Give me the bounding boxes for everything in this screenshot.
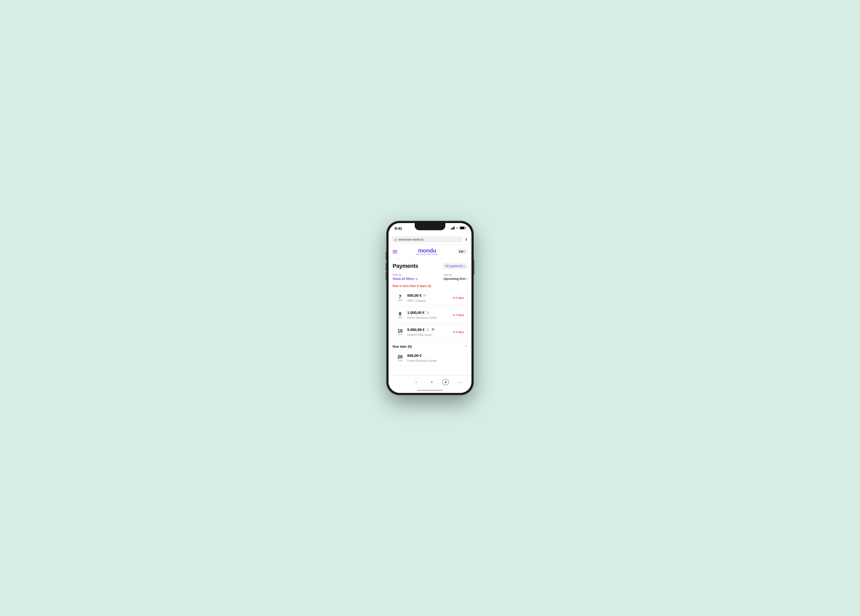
date-month-2: APR — [398, 316, 403, 319]
app-nav: mondu BUY NOW, PAY LATER EN ▾ — [389, 245, 471, 259]
calendar-icon-3: 📅 — [431, 328, 435, 331]
bottom-browser-bar: ← → + 4 ⋯ — [389, 375, 471, 388]
due-badge-3: In 5 days — [453, 331, 464, 334]
language-selector[interactable]: EN ▾ — [457, 248, 468, 255]
filter-icon: ⚙ — [416, 277, 418, 281]
amount-row-3: 5.950,99 € ↺ 📅 — [407, 328, 453, 332]
date-month-later-1: APR — [398, 359, 403, 362]
main-content: Payments All payments ▾ Filter by Show a… — [389, 259, 471, 375]
payment-amount-2: 1.000,00 € — [407, 310, 425, 315]
back-button[interactable]: ← — [396, 378, 405, 387]
filter-row: Filter by Show all filters ⚙ Sort by Upc… — [392, 273, 468, 281]
due-later-section: Due later (5) ⌃ — [392, 342, 468, 351]
payment-card-3[interactable]: 10 APR 5.950,99 € ↺ 📅 DEMOSTORE GmbH In … — [392, 324, 468, 340]
filter-group: Filter by Show all filters ⚙ — [392, 273, 418, 281]
collapse-icon[interactable]: ⌃ — [465, 345, 468, 348]
date-day-2: 8 — [399, 312, 401, 316]
sort-button[interactable]: Upcoming first ▾ — [444, 277, 468, 281]
date-day-3: 10 — [397, 329, 403, 333]
status-icons: ∿ — [451, 226, 465, 230]
payment-info-later-1: 840,00 € Perfect Electronics GmbH — [407, 353, 464, 363]
more-button[interactable]: ⋯ — [455, 378, 464, 387]
phone-device: 9:41 ∿ 🔒 www.buyer.mondu.ai ⬆ — [386, 221, 474, 395]
payment-company-2: Perfect Electronics GmbH — [407, 317, 437, 319]
due-badge-2: In 3 days — [453, 313, 464, 317]
home-bar — [417, 390, 443, 391]
date-block-later-1: 20 APR — [396, 354, 404, 362]
forward-button[interactable]: → — [411, 378, 421, 387]
payments-header: Payments All payments ▾ — [392, 263, 468, 270]
menu-button[interactable] — [392, 250, 397, 253]
chevron-down-icon: ▾ — [464, 251, 465, 253]
repeat-icon-2: ↺ — [426, 311, 430, 314]
payment-card-2[interactable]: 8 APR 1.000,00 € ↺ Perfect Electronics G… — [392, 307, 468, 323]
all-payments-label: All payments — [445, 264, 463, 268]
lang-text: EN — [459, 250, 463, 254]
chevron-down-icon: ▾ — [464, 265, 465, 267]
new-tab-button[interactable]: + — [427, 378, 436, 387]
date-block-3: 10 APR — [396, 329, 404, 336]
payment-card-1[interactable]: 7 APR 500,00 € ↺ SMPL Company In 2 days — [392, 290, 468, 306]
battery-icon — [460, 226, 465, 229]
logo: mondu BUY NOW, PAY LATER — [416, 248, 438, 255]
tab-count-button[interactable]: 4 — [443, 379, 449, 385]
phone-screen: 9:41 ∿ 🔒 www.buyer.mondu.ai ⬆ — [389, 223, 471, 393]
payment-info-1: 500,00 € ↺ SMPL Company — [407, 293, 453, 303]
repeat-icon-3: ↺ — [426, 328, 430, 331]
wifi-icon: ∿ — [456, 226, 458, 230]
logo-text: mondu — [418, 248, 436, 254]
status-time: 9:41 — [395, 226, 402, 230]
date-day-1: 7 — [399, 295, 401, 299]
payment-info-3: 5.950,99 € ↺ 📅 DEMOSTORE GmbH — [407, 328, 453, 337]
due-badge-1: In 2 days — [453, 296, 464, 299]
repeat-icon-1: ↺ — [423, 294, 427, 297]
payment-info-2: 1.000,00 € ↺ Perfect Electronics GmbH — [407, 310, 453, 320]
date-day-later-1: 20 — [397, 354, 403, 359]
notch — [415, 223, 445, 230]
date-block-1: 7 APR — [396, 295, 404, 302]
urgent-section-header: Due in less than 5 days (3) — [392, 284, 468, 288]
payment-company-later-1: Perfect Electronics GmbH — [407, 359, 437, 362]
payment-company-3: DEMOSTORE GmbH — [407, 334, 432, 336]
lock-icon: 🔒 — [394, 238, 397, 241]
url-text: www.buyer.mondu.ai — [398, 238, 423, 241]
payment-card-later-1[interactable]: 20 APR 840,00 € Perfect Electronics GmbH — [392, 351, 468, 365]
date-block-2: 8 APR — [396, 312, 404, 319]
url-bar[interactable]: 🔒 www.buyer.mondu.ai — [392, 237, 462, 243]
sort-chevron-icon: ▾ — [466, 278, 468, 280]
due-later-title: Due later (5) — [392, 345, 412, 348]
sort-group: Sort by Upcoming first ▾ — [444, 273, 468, 281]
sort-btn-label: Upcoming first — [444, 277, 465, 281]
payment-amount-later-1: 840,00 € — [407, 353, 422, 357]
signal-icon — [451, 226, 455, 229]
filter-btn-label: Show all filters — [392, 277, 414, 281]
amount-row-2: 1.000,00 € ↺ — [407, 310, 453, 315]
payment-amount-3: 5.950,99 € — [407, 328, 425, 332]
status-bar: 9:41 ∿ — [389, 223, 471, 234]
app-content: mondu BUY NOW, PAY LATER EN ▾ Payments A… — [389, 245, 471, 375]
payment-company-1: SMPL Company — [407, 299, 426, 302]
date-month-3: APR — [398, 333, 403, 336]
browser-bar: 🔒 www.buyer.mondu.ai ⬆ — [389, 234, 471, 245]
page-title: Payments — [392, 263, 418, 270]
date-month-1: APR — [398, 299, 403, 302]
logo-tagline: BUY NOW, PAY LATER — [416, 254, 438, 255]
home-indicator — [389, 388, 471, 393]
amount-row-1: 500,00 € ↺ — [407, 293, 453, 298]
share-button[interactable]: ⬆ — [464, 237, 468, 242]
payment-amount-1: 500,00 € — [407, 293, 422, 298]
filter-by-label: Filter by — [392, 273, 418, 276]
show-all-filters-button[interactable]: Show all filters ⚙ — [392, 277, 418, 281]
all-payments-button[interactable]: All payments ▾ — [443, 263, 468, 269]
amount-row-later-1: 840,00 € — [407, 353, 464, 357]
sort-by-label: Sort by — [444, 273, 468, 276]
